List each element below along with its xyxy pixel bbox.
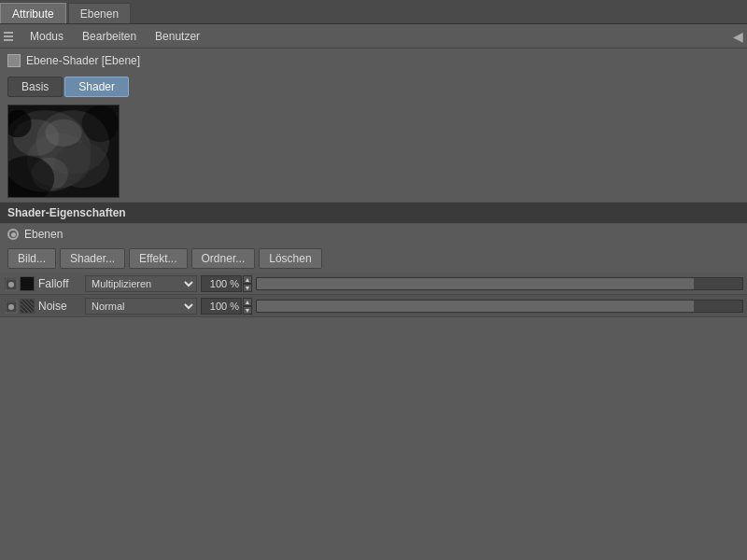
- layer-visibility-icon[interactable]: [4, 300, 17, 313]
- blend-mode-select[interactable]: Multiplizieren Normal Addieren Subtrahie…: [85, 275, 197, 292]
- opacity-stepper: ▲ ▼: [243, 298, 252, 315]
- color-bar: [257, 301, 694, 312]
- preview-area: [0, 101, 747, 202]
- shader-button[interactable]: Shader...: [60, 248, 125, 269]
- opacity-box: ▲ ▼: [201, 298, 252, 315]
- opacity-stepper: ▲ ▼: [243, 275, 252, 292]
- opacity-down-button[interactable]: ▼: [243, 306, 252, 315]
- color-bar: [257, 278, 694, 289]
- tab-shader[interactable]: Shader: [64, 77, 129, 97]
- svg-point-12: [8, 282, 14, 287]
- menu-item-modus[interactable]: Modus: [21, 28, 73, 45]
- bild-button[interactable]: Bild...: [7, 248, 56, 269]
- ordner-button[interactable]: Ordner...: [191, 248, 256, 269]
- svg-point-9: [82, 105, 119, 142]
- section-title-label: Ebene-Shader [Ebene]: [26, 54, 140, 67]
- color-bar-container: [256, 300, 743, 313]
- layer-name: Falloff: [38, 277, 85, 290]
- blend-mode-select[interactable]: Normal Multiplizieren Addieren Subtrahie…: [85, 298, 197, 315]
- shader-props-header: Shader-Eigenschaften: [0, 202, 747, 224]
- tab-attribute[interactable]: Attribute: [0, 3, 66, 23]
- opacity-input[interactable]: [201, 275, 242, 292]
- menu-bar: Modus Bearbeiten Benutzer ◀: [0, 24, 747, 49]
- layer-thumbnail: [20, 276, 35, 291]
- opacity-box: ▲ ▼: [201, 275, 252, 292]
- menu-item-benutzer[interactable]: Benutzer: [146, 28, 209, 45]
- layer-visibility-icon[interactable]: [4, 277, 17, 290]
- ebenen-row: Ebenen: [0, 224, 747, 245]
- layer-name: Noise: [38, 300, 85, 313]
- opacity-up-button[interactable]: ▲: [243, 298, 252, 306]
- ebenen-label: Ebenen: [24, 228, 63, 241]
- ebenen-radio[interactable]: [7, 229, 19, 240]
- buttons-row: Bild... Shader... Effekt... Ordner... Lö…: [0, 245, 747, 273]
- svg-point-6: [45, 119, 81, 147]
- tab-ebenen[interactable]: Ebenen: [68, 3, 131, 23]
- layers-table: Falloff Multiplizieren Normal Addieren S…: [0, 273, 747, 317]
- svg-point-14: [8, 304, 14, 310]
- collapse-arrow-icon[interactable]: ◀: [733, 29, 743, 44]
- menu-dots-icon[interactable]: [4, 32, 13, 41]
- effekt-button[interactable]: Effekt...: [129, 248, 187, 269]
- loschen-button[interactable]: Löschen: [259, 248, 321, 269]
- layer-icon: [7, 54, 21, 67]
- top-tabs: Attribute Ebenen: [0, 0, 747, 24]
- tab-basis[interactable]: Basis: [7, 77, 63, 97]
- layer-thumbnail: [20, 299, 35, 314]
- menu-item-bearbeiten[interactable]: Bearbeiten: [73, 28, 146, 45]
- opacity-down-button[interactable]: ▼: [243, 284, 252, 292]
- sub-tabs: Basis Shader: [0, 73, 747, 101]
- opacity-up-button[interactable]: ▲: [243, 275, 252, 284]
- section-title: Ebene-Shader [Ebene]: [0, 49, 747, 73]
- opacity-input[interactable]: [201, 298, 242, 315]
- color-bar-container: [256, 277, 743, 290]
- table-row: Falloff Multiplizieren Normal Addieren S…: [0, 273, 747, 295]
- table-row: Noise Normal Multiplizieren Addieren Sub…: [0, 295, 747, 317]
- shader-preview: [7, 105, 120, 198]
